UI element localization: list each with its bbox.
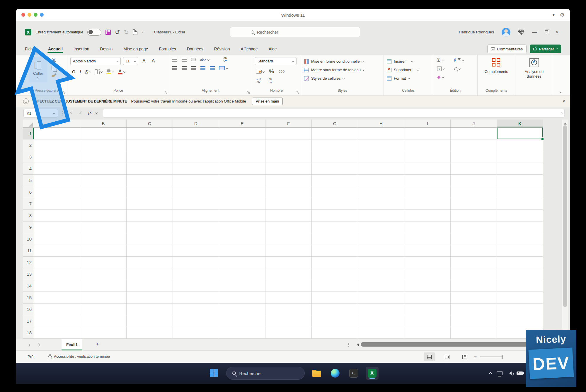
restore-button[interactable] (545, 30, 548, 34)
cell-C9[interactable] (127, 221, 173, 233)
cell-C13[interactable] (127, 268, 173, 280)
vm-dropdown-icon[interactable]: ▼ (552, 13, 555, 17)
tab-accueil[interactable]: Accueil (47, 44, 63, 54)
zoom-slider-knob[interactable] (502, 355, 502, 359)
cell-C4[interactable] (127, 163, 173, 175)
cell-I11[interactable] (404, 245, 451, 257)
cell-B9[interactable] (80, 221, 127, 233)
sheet-options-grip-icon[interactable] (348, 343, 349, 344)
cell-C2[interactable] (127, 139, 173, 151)
cell-F9[interactable] (265, 221, 312, 233)
dialog-launcher-icon[interactable] (297, 91, 299, 94)
cell-H2[interactable] (358, 139, 404, 151)
normal-view-button[interactable] (424, 352, 435, 361)
cell-G12[interactable] (312, 257, 358, 268)
cell-A5[interactable] (34, 175, 80, 186)
cell-B8[interactable] (80, 210, 127, 221)
cancel-entry-icon[interactable]: × (69, 110, 72, 115)
cell-G14[interactable] (312, 280, 358, 292)
tab-mise-en-page[interactable]: Mise en page (123, 44, 149, 54)
cell-A3[interactable] (34, 151, 80, 163)
align-bottom-button-selected[interactable] (191, 58, 196, 61)
cell-H8[interactable] (358, 210, 404, 221)
cell-A15[interactable] (34, 292, 80, 304)
cell-H13[interactable] (358, 268, 404, 280)
clear-button[interactable]: ◆ (437, 74, 454, 80)
row-header-12[interactable]: 12 (23, 257, 34, 268)
cell-F8[interactable] (265, 210, 312, 221)
font-size-select[interactable]: 11 (123, 57, 138, 65)
row-header-18[interactable]: 18 (23, 327, 34, 339)
font-name-select[interactable]: Aptos Narrow (70, 57, 121, 65)
row-header-11[interactable]: 11 (23, 245, 34, 257)
cell-C3[interactable] (127, 151, 173, 163)
cell-F15[interactable] (265, 292, 312, 304)
cell-B13[interactable] (80, 268, 127, 280)
cell-F12[interactable] (265, 257, 312, 268)
column-header-J[interactable]: J (451, 120, 497, 128)
cell-C17[interactable] (127, 315, 173, 327)
italic-button[interactable]: I (80, 69, 81, 74)
cell-K7[interactable] (497, 198, 543, 210)
cell-E13[interactable] (219, 268, 265, 280)
cell-H12[interactable] (358, 257, 404, 268)
zoom-slider[interactable] (480, 357, 503, 357)
scroll-up-icon[interactable] (564, 121, 567, 125)
cell-G10[interactable] (312, 233, 358, 245)
font-color-button[interactable]: A (118, 69, 125, 74)
tab-révision[interactable]: Révision (214, 44, 231, 54)
cell-D13[interactable] (173, 268, 219, 280)
premium-gem-icon[interactable] (518, 30, 524, 35)
cell-A4[interactable] (34, 163, 80, 175)
cell-H16[interactable] (358, 304, 404, 315)
merge-center-button[interactable] (219, 66, 228, 70)
taskbar-search-input[interactable]: Rechercher (226, 367, 305, 380)
cell-C15[interactable] (127, 292, 173, 304)
page-break-view-button[interactable] (459, 352, 470, 361)
decrease-font-button[interactable]: Aˇ (152, 58, 156, 64)
tab-formules[interactable]: Formules (158, 44, 176, 54)
name-box[interactable]: K1 (23, 109, 58, 117)
cell-K4[interactable] (497, 163, 543, 175)
cell-B18[interactable] (80, 327, 127, 339)
tab-données[interactable]: Données (186, 44, 204, 54)
terminal-button[interactable]: >_ (347, 367, 360, 380)
increase-decimal-button[interactable]: ,00→,0 (268, 78, 272, 83)
cell-J6[interactable] (451, 186, 497, 198)
cell-A16[interactable] (34, 304, 80, 315)
increase-indent-icon[interactable] (210, 66, 215, 70)
minimize-button[interactable]: — (532, 29, 537, 35)
cell-F2[interactable] (265, 139, 312, 151)
cell-B6[interactable] (80, 186, 127, 198)
cell-H14[interactable] (358, 280, 404, 292)
vertical-scroll-thumb[interactable] (563, 125, 567, 307)
row-header-14[interactable]: 14 (23, 280, 34, 292)
cell-H4[interactable] (358, 163, 404, 175)
cell-J11[interactable] (451, 245, 497, 257)
cell-J17[interactable] (451, 315, 497, 327)
cell-G11[interactable] (312, 245, 358, 257)
column-header-K[interactable]: K (497, 120, 543, 128)
undo-button[interactable]: ↺ (115, 29, 120, 36)
edge-browser-button[interactable] (329, 367, 342, 380)
dialog-launcher-icon[interactable] (63, 91, 66, 94)
cell-B4[interactable] (80, 163, 127, 175)
cell-E18[interactable] (219, 327, 265, 339)
cell-styles-button[interactable]: Styles de cellules (304, 74, 381, 83)
row-header-10[interactable]: 10 (23, 233, 34, 245)
orientation-button[interactable]: ab (200, 58, 209, 61)
decrease-indent-icon[interactable] (200, 66, 205, 70)
row-header-15[interactable]: 15 (23, 292, 34, 304)
cell-B12[interactable] (80, 257, 127, 268)
cell-K12[interactable] (497, 257, 543, 268)
excel-taskbar-button[interactable]: X (366, 367, 379, 380)
cell-D18[interactable] (173, 327, 219, 339)
cell-D14[interactable] (173, 280, 219, 292)
zoom-out-button[interactable]: − (474, 354, 477, 359)
fill-color-button[interactable] (106, 69, 114, 74)
analyze-data-button[interactable]: Analyse de données (518, 57, 550, 83)
cell-F18[interactable] (265, 327, 312, 339)
format-cells-button[interactable]: Format (387, 74, 430, 83)
confirm-entry-icon[interactable]: ✓ (79, 110, 83, 115)
cell-C8[interactable] (127, 210, 173, 221)
